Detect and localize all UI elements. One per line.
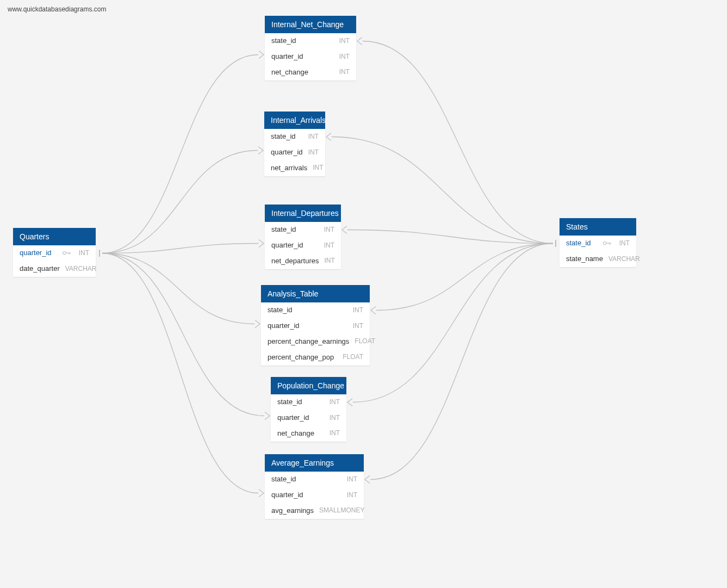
svg-rect-19 <box>610 243 611 245</box>
table-header[interactable]: Internal_Departures <box>265 205 341 222</box>
svg-point-12 <box>63 252 65 255</box>
column-type: INT <box>307 164 323 172</box>
column-name: quarter_id <box>271 148 303 157</box>
column-type: FLOAT <box>349 337 375 346</box>
svg-rect-14 <box>69 253 69 255</box>
table-row[interactable]: quarter_idINT <box>271 410 346 426</box>
table-row[interactable]: state_idINT <box>265 472 364 487</box>
column-name: quarter_id <box>277 413 309 423</box>
column-name: quarter_id <box>20 249 52 258</box>
table-population_change[interactable]: Population_Changestate_idINTquarter_idIN… <box>271 377 346 442</box>
table-row[interactable]: quarter_idINT <box>265 487 364 503</box>
table-row[interactable]: percent_change_popFLOAT <box>261 350 370 366</box>
table-internal_arrivals[interactable]: Internal_Arrivalsstate_idINTquarter_idIN… <box>264 112 325 176</box>
table-header[interactable]: Average_Earnings <box>265 454 364 472</box>
table-row[interactable]: percent_change_earningsFLOAT <box>261 334 370 350</box>
column-name: net_change <box>271 68 308 77</box>
column-name: net_arrivals <box>271 164 307 173</box>
table-analysis_table[interactable]: Analysis_Tablestate_idINTquarter_idINTpe… <box>261 285 370 366</box>
table-header[interactable]: Internal_Net_Change <box>265 16 356 33</box>
column-name: quarter_id <box>271 52 303 61</box>
table-internal_departures[interactable]: Internal_Departuresstate_idINTquarter_id… <box>265 205 341 269</box>
svg-rect-13 <box>66 253 70 253</box>
table-row[interactable]: net_arrivalsINT <box>264 160 325 176</box>
column-type: INT <box>347 306 363 315</box>
column-type: FLOAT <box>337 353 363 362</box>
key-icon <box>63 250 70 256</box>
column-type: INT <box>324 414 340 423</box>
column-name: net_departures <box>271 257 319 266</box>
table-row[interactable]: quarter_idINT <box>264 145 325 160</box>
column-name: quarter_id <box>271 491 303 500</box>
column-name: state_id <box>277 398 302 407</box>
table-row[interactable]: state_idINT <box>271 394 346 410</box>
svg-point-16 <box>603 242 606 245</box>
table-row[interactable]: quarter_idINT <box>261 318 370 334</box>
column-name: quarter_id <box>271 241 303 250</box>
table-row[interactable]: net_departuresINT <box>265 253 341 269</box>
table-row[interactable]: state_idINT <box>264 129 325 145</box>
table-internal_net_change[interactable]: Internal_Net_Changestate_idINTquarter_id… <box>265 16 356 81</box>
column-type: INT <box>303 148 319 157</box>
table-states[interactable]: Statesstate_idINTstate_nameVARCHAR <box>560 218 636 267</box>
column-name: state_name <box>566 255 603 264</box>
table-header[interactable]: Population_Change <box>271 377 346 394</box>
svg-rect-15 <box>70 253 70 255</box>
table-row[interactable]: state_idINT <box>265 33 356 49</box>
column-name: quarter_id <box>268 321 300 331</box>
table-row[interactable]: state_idINT <box>560 236 636 251</box>
table-header[interactable]: Internal_Arrivals <box>264 112 325 129</box>
table-quarters[interactable]: Quartersquarter_idINTdate_quarterVARCHAR <box>13 228 96 277</box>
column-name: percent_change_earnings <box>268 337 349 346</box>
table-header[interactable]: Quarters <box>13 228 96 245</box>
column-type: INT <box>324 429 340 438</box>
table-row[interactable]: quarter_idINT <box>13 245 96 261</box>
table-header[interactable]: States <box>560 218 636 236</box>
column-type: INT <box>347 322 363 331</box>
watermark-text: www.quickdatabasediagrams.com <box>8 5 106 13</box>
column-name: net_change <box>277 429 314 438</box>
column-name: state_id <box>271 132 296 141</box>
column-name: state_id <box>566 239 591 248</box>
column-type: INT <box>73 249 89 258</box>
column-type: VARCHAR <box>603 255 640 264</box>
table-row[interactable]: avg_earningsSMALLMONEY <box>265 503 364 519</box>
table-row[interactable]: date_quarterVARCHAR <box>13 261 96 277</box>
table-row[interactable]: net_changeINT <box>271 426 346 442</box>
column-type: INT <box>341 491 357 500</box>
table-header[interactable]: Analysis_Table <box>261 285 370 302</box>
column-name: state_id <box>271 36 296 46</box>
column-type: INT <box>324 398 340 407</box>
table-row[interactable]: quarter_idINT <box>265 238 341 253</box>
column-type: INT <box>334 68 350 77</box>
column-type: INT <box>341 475 357 484</box>
table-row[interactable]: state_idINT <box>265 222 341 238</box>
column-name: state_id <box>268 306 293 315</box>
column-type: INT <box>319 257 334 265</box>
column-name: state_id <box>271 225 296 234</box>
column-type: INT <box>614 239 630 248</box>
column-type: VARCHAR <box>60 265 97 274</box>
column-type: INT <box>319 226 334 234</box>
column-name: percent_change_pop <box>268 353 334 362</box>
column-type: INT <box>319 242 334 250</box>
column-type: INT <box>334 37 350 46</box>
column-type: INT <box>303 133 319 141</box>
table-row[interactable]: quarter_idINT <box>265 49 356 65</box>
svg-rect-18 <box>609 243 610 245</box>
key-icon <box>603 240 611 246</box>
column-type: INT <box>334 53 350 61</box>
column-name: state_id <box>271 475 296 484</box>
table-row[interactable]: net_changeINT <box>265 65 356 81</box>
column-type: SMALLMONEY <box>314 506 364 515</box>
column-name: date_quarter <box>20 264 60 274</box>
column-name: avg_earnings <box>271 506 314 516</box>
table-row[interactable]: state_idINT <box>261 302 370 318</box>
svg-rect-17 <box>606 243 611 244</box>
table-row[interactable]: state_nameVARCHAR <box>560 251 636 267</box>
table-average_earnings[interactable]: Average_Earningsstate_idINTquarter_idINT… <box>265 454 364 519</box>
